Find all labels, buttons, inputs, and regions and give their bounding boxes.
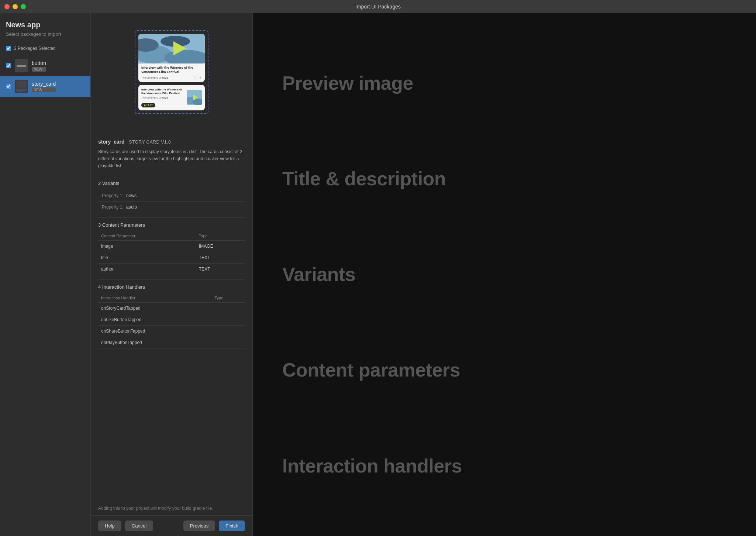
minimize-button[interactable]: [13, 4, 18, 9]
main-layout: News app Select packages to import 2 Pac…: [0, 13, 756, 536]
variant-row-1: Property 1: audio: [98, 202, 245, 213]
right-panel: Preview image Title & description Varian…: [253, 13, 756, 536]
story-card-small: Interview with the Winners of the Vancou…: [138, 85, 205, 110]
svg-rect-0: [16, 81, 27, 88]
package-icon-button: [15, 59, 28, 72]
story-card-large-footer: The Cinematic Lifestyle ♡ ⇧: [141, 76, 202, 80]
sidebar-subtitle: Select packages to import: [0, 31, 90, 43]
variant-row-0: Property 1: news: [98, 190, 245, 202]
variant-label-1: Property 1:: [102, 205, 124, 210]
handlers-col-type: Type: [212, 293, 245, 303]
package-checkbox-button[interactable]: [6, 63, 11, 68]
param-name-author: author: [98, 263, 196, 275]
handler-row-3: onPlayButtonTapped: [98, 337, 245, 348]
story-card-large-image: [138, 34, 205, 63]
like-icon: ♡: [194, 76, 197, 80]
story-card-small-info: Interview with the Winners of the Vancou…: [141, 88, 185, 107]
handler-name-1: onLikeButtonTapped: [98, 314, 212, 325]
close-button[interactable]: [4, 4, 10, 9]
package-icon-story-card: ═══: [15, 80, 28, 93]
story-card-mini-icon: ═══: [15, 80, 27, 92]
param-row-author: author TEXT: [98, 263, 245, 275]
handler-row-1: onLikeButtonTapped: [98, 314, 245, 325]
variant-value-0: news: [126, 193, 137, 198]
story-card-small-title: Interview with the Winners of the Vancou…: [141, 88, 185, 96]
handlers-col-name: Interaction Handler: [98, 293, 212, 303]
package-item-button[interactable]: button NEW: [0, 55, 90, 76]
selected-count-row: 2 Packages Selected: [0, 43, 90, 54]
share-icon: ⇧: [199, 76, 202, 80]
detail-name: story_card: [98, 139, 125, 145]
package-name-story-card: story_card: [32, 81, 56, 87]
story-card-large: Interview with the Winners of the Vancou…: [138, 34, 205, 82]
footer-note: Adding this to your project will modify …: [91, 501, 252, 515]
package-info-story-card: story_card NEW: [32, 81, 56, 92]
package-badge-story-card: NEW: [32, 87, 56, 92]
package-checkbox-story-card[interactable]: [6, 84, 11, 89]
handler-row-2: onShareButtonTapped: [98, 325, 245, 337]
variant-value-1: audio: [126, 205, 137, 210]
handlers-table: Interaction Handler Type onStoryCardTapp…: [98, 293, 245, 348]
handler-type-0: [212, 302, 245, 314]
button-icon-bar: [17, 65, 26, 67]
sidebar: News app Select packages to import 2 Pac…: [0, 13, 90, 536]
handler-row-0: onStoryCardTapped: [98, 302, 245, 314]
bottom-bar: Help Cancel Previous Finish: [91, 515, 252, 536]
variants-list: Property 1: news Property 1: audio: [98, 190, 245, 213]
variants-section-title: 2 Variants: [98, 181, 245, 186]
help-button[interactable]: Help: [98, 520, 121, 531]
package-badge-button: NEW: [32, 67, 46, 72]
finish-button[interactable]: Finish: [219, 520, 245, 531]
param-row-title: title TEXT: [98, 252, 245, 263]
detail-description: Story cards are used to display story it…: [98, 148, 245, 170]
thumb-svg: [187, 90, 202, 105]
select-all-checkbox[interactable]: [6, 46, 11, 51]
param-name-title: title: [98, 252, 196, 263]
story-card-small-thumb: [187, 90, 202, 105]
divider-1: [98, 176, 245, 176]
handler-type-2: [212, 325, 245, 337]
handler-type-3: [212, 337, 245, 348]
handler-type-1: [212, 314, 245, 325]
maximize-button[interactable]: [21, 4, 26, 9]
param-type-title: TEXT: [196, 252, 245, 263]
story-card-large-source: The Cinematic Lifestyle: [141, 76, 168, 79]
detail-version: STORY CARD V1.0: [129, 140, 171, 145]
params-col-name: Content Parameter: [98, 231, 196, 241]
handler-name-0: onStoryCardTapped: [98, 302, 212, 314]
center-panel: Interview with the Winners of the Vancou…: [90, 13, 253, 536]
handlers-section-title: 4 Interaction Handlers: [98, 284, 245, 290]
divider-3: [98, 279, 245, 280]
sidebar-app-title: News app: [0, 21, 90, 31]
selected-count-label: 2 Packages Selected: [14, 46, 56, 51]
previous-button[interactable]: Previous: [183, 520, 215, 531]
svg-text:═══: ═══: [17, 91, 21, 92]
right-label-variants: Variants: [282, 262, 726, 287]
story-card-large-body: Interview with the Winners of the Vancou…: [138, 63, 205, 82]
story-card-large-actions: ♡ ⇧: [194, 76, 202, 80]
detail-header: story_card STORY CARD V1.0: [98, 139, 245, 145]
params-table: Content Parameter Type image IMAGE title…: [98, 231, 245, 275]
package-list: button NEW ═══ story_card NEW: [0, 55, 90, 97]
card-preview-wrapper: Interview with the Winners of the Vancou…: [135, 30, 208, 114]
titlebar-title: Import UI Packages: [355, 4, 401, 10]
param-type-author: TEXT: [196, 263, 245, 275]
traffic-lights: [4, 4, 26, 9]
handler-name-2: onShareButtonTapped: [98, 325, 212, 337]
variant-label-0: Property 1:: [102, 193, 124, 198]
play-button[interactable]: ▶ PLAY: [141, 103, 155, 107]
bottom-right: Previous Finish: [183, 520, 245, 531]
package-item-story-card[interactable]: ═══ story_card NEW: [0, 76, 90, 97]
package-name-button: button: [32, 60, 46, 66]
params-col-type: Type: [196, 231, 245, 241]
params-section-title: 3 Content Parameters: [98, 222, 245, 228]
cancel-button[interactable]: Cancel: [125, 520, 153, 531]
param-name-image: image: [98, 240, 196, 252]
right-label-title: Title & description: [282, 166, 726, 192]
right-label-content: Content parameters: [282, 358, 726, 383]
titlebar: Import UI Packages: [0, 0, 756, 13]
play-label: ▶ PLAY: [144, 104, 153, 107]
divider-2: [98, 217, 245, 218]
preview-area: Interview with the Winners of the Vancou…: [91, 13, 252, 131]
handler-name-3: onPlayButtonTapped: [98, 337, 212, 348]
